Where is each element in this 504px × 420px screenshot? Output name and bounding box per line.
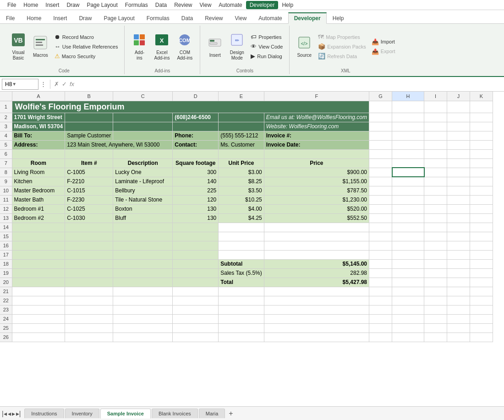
cell-K5[interactable]: [470, 140, 493, 149]
cell-J17[interactable]: [447, 250, 470, 259]
cell-E19[interactable]: Sales Tax (5.5%): [219, 268, 264, 278]
cell-E6[interactable]: [219, 149, 264, 158]
cell-D19[interactable]: [173, 268, 219, 278]
cell-J5[interactable]: [447, 140, 470, 149]
cell-D17[interactable]: [173, 250, 219, 259]
cell-A14[interactable]: [12, 223, 65, 232]
cell-J11[interactable]: [447, 195, 470, 204]
cell-B6[interactable]: [65, 149, 113, 158]
cell-J20[interactable]: [447, 278, 470, 287]
cell-G7[interactable]: [369, 158, 392, 168]
cell-I8[interactable]: [424, 168, 447, 177]
cell-E5[interactable]: Ms. Customer: [219, 140, 264, 149]
cell-H8[interactable]: [392, 168, 424, 177]
sheet-tab-blank-invoices[interactable]: Blank Invoices: [152, 409, 198, 418]
cell-I14[interactable]: [424, 223, 447, 232]
cell-H18[interactable]: [392, 259, 424, 268]
cell-A7[interactable]: Room: [12, 158, 65, 168]
cell-K1[interactable]: [470, 101, 493, 113]
cell-B3[interactable]: [65, 122, 113, 131]
name-box-dropdown[interactable]: ▼: [12, 82, 16, 87]
insert-controls-button[interactable]: Insert: [205, 33, 225, 60]
design-mode-button[interactable]: ✏ DesignMode: [227, 31, 247, 63]
cell-A4[interactable]: Bill To:: [12, 131, 65, 140]
cancel-formula-btn[interactable]: ✗: [54, 81, 59, 87]
cell-B13[interactable]: C-1030: [65, 213, 113, 223]
record-macro-button[interactable]: ⏺ Record Macro: [53, 33, 120, 41]
cell-B7[interactable]: Item #: [65, 158, 113, 168]
run-dialog-button[interactable]: ▶ Run Dialog: [249, 52, 285, 60]
cell-H16[interactable]: [392, 241, 424, 250]
tab-draw[interactable]: Draw: [73, 13, 98, 23]
cell-E3[interactable]: [219, 122, 264, 131]
tab-nav-right-right[interactable]: ▸|: [16, 410, 21, 417]
cell-H9[interactable]: [392, 177, 424, 186]
cell-A5[interactable]: Address:: [12, 140, 65, 149]
cell-I2[interactable]: [424, 113, 447, 122]
macros-button[interactable]: Macros: [30, 33, 51, 60]
cell-J8[interactable]: [447, 168, 470, 177]
cell-J16[interactable]: [447, 241, 470, 250]
menu-help[interactable]: Help: [278, 1, 297, 9]
formula-input[interactable]: [76, 79, 502, 90]
cell-K14[interactable]: [470, 223, 493, 232]
col-header-J[interactable]: J: [447, 92, 470, 101]
menu-draw[interactable]: Draw: [63, 1, 83, 9]
cell-B2[interactable]: [65, 113, 113, 122]
cell-B11[interactable]: F-2230: [65, 195, 113, 204]
cell-G16[interactable]: [369, 241, 392, 250]
cell-G5[interactable]: [369, 140, 392, 149]
cell-F5[interactable]: Invoice Date:: [264, 140, 369, 149]
cell-I11[interactable]: [424, 195, 447, 204]
cell-A3[interactable]: Madison, WI 53704: [12, 122, 65, 131]
map-properties-button[interactable]: 🗺 Map Properties: [316, 33, 367, 41]
cell-C14[interactable]: [113, 223, 173, 232]
cell-K3[interactable]: [470, 122, 493, 131]
cell-K7[interactable]: [470, 158, 493, 168]
cell-B14[interactable]: [65, 223, 113, 232]
cell-G14[interactable]: [369, 223, 392, 232]
cell-H17[interactable]: [392, 250, 424, 259]
tab-automate[interactable]: Automate: [252, 13, 288, 23]
cell-C2[interactable]: [113, 113, 173, 122]
tab-home[interactable]: Home: [21, 13, 47, 23]
cell-J15[interactable]: [447, 232, 470, 241]
refresh-data-button[interactable]: 🔄 Refresh Data: [316, 52, 367, 60]
menu-review[interactable]: Review: [170, 1, 196, 9]
cell-I9[interactable]: [424, 177, 447, 186]
cell-E4[interactable]: (555) 555-1212: [219, 131, 264, 140]
cell-B18[interactable]: [65, 259, 113, 268]
cell-C20[interactable]: [113, 278, 173, 287]
sheet-tab-sample-invoice[interactable]: Sample Invoice: [100, 409, 151, 419]
cell-D4[interactable]: Phone:: [173, 131, 219, 140]
cell-F15[interactable]: [264, 232, 369, 241]
cell-I13[interactable]: [424, 213, 447, 223]
cell-J14[interactable]: [447, 223, 470, 232]
col-header-D[interactable]: D: [173, 92, 219, 101]
cell-A9[interactable]: Kitchen: [12, 177, 65, 186]
cell-H1[interactable]: [392, 101, 424, 113]
cell-I6[interactable]: [424, 149, 447, 158]
cell-C17[interactable]: [113, 250, 173, 259]
col-header-E[interactable]: E: [219, 92, 264, 101]
cell-A13[interactable]: Bedroom #2: [12, 213, 65, 223]
confirm-formula-btn[interactable]: ✓: [62, 81, 67, 87]
cell-B16[interactable]: [65, 241, 113, 250]
tab-nav-left-left[interactable]: |◂: [2, 410, 7, 417]
cell-B15[interactable]: [65, 232, 113, 241]
tab-data[interactable]: Data: [175, 13, 199, 23]
cell-G20[interactable]: [369, 278, 392, 287]
cell-J3[interactable]: [447, 122, 470, 131]
cell-J12[interactable]: [447, 204, 470, 213]
cell-K15[interactable]: [470, 232, 493, 241]
cell-K13[interactable]: [470, 213, 493, 223]
cell-C15[interactable]: [113, 232, 173, 241]
cell-G17[interactable]: [369, 250, 392, 259]
cell-J6[interactable]: [447, 149, 470, 158]
cell-H4[interactable]: [392, 131, 424, 140]
menu-insert[interactable]: Insert: [42, 1, 63, 9]
cell-G13[interactable]: [369, 213, 392, 223]
sheet-tab-inventory[interactable]: Inventory: [65, 409, 99, 418]
col-header-H[interactable]: H: [392, 92, 424, 101]
properties-button[interactable]: 🏷 Properties: [249, 33, 285, 41]
